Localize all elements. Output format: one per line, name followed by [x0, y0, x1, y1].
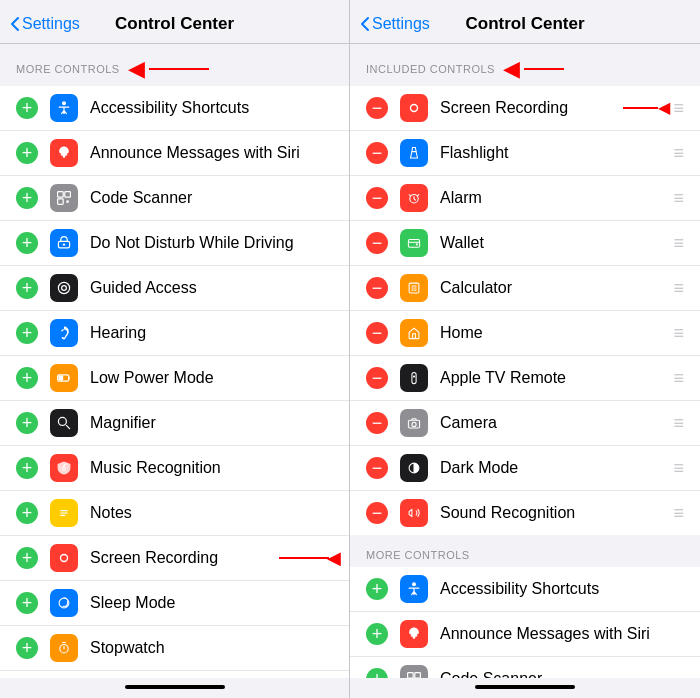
svg-rect-10 [58, 376, 63, 381]
list-item: + Low Power Mode [0, 356, 349, 401]
list-item: − Wallet ≡ [350, 221, 700, 266]
home-label: Home [440, 324, 669, 342]
left-arrow-annotation: ◀ [128, 58, 146, 80]
add-screen-recording-button[interactable]: + [16, 547, 38, 569]
screen-recording-icon [50, 544, 78, 572]
remove-home-button[interactable]: − [366, 322, 388, 344]
list-item: + Accessibility Shortcuts [350, 567, 700, 612]
drag-handle-flashlight[interactable]: ≡ [673, 143, 684, 164]
add-music-recognition-button[interactable]: + [16, 457, 38, 479]
list-item: + Stopwatch [0, 626, 349, 671]
left-panel: Settings Control Center MORE CONTROLS ◀ … [0, 0, 350, 698]
add-code-scanner-right-button[interactable]: + [366, 668, 388, 678]
svg-rect-22 [408, 240, 419, 248]
drag-handle-alarm[interactable]: ≡ [673, 188, 684, 209]
list-item: − Camera ≡ [350, 401, 700, 446]
add-sleep-mode-button[interactable]: + [16, 592, 38, 614]
add-accessibility-shortcuts-right-button[interactable]: + [366, 578, 388, 600]
drag-handle-sound-recognition[interactable]: ≡ [673, 503, 684, 524]
guided-access-label: Guided Access [90, 279, 333, 297]
add-guided-access-button[interactable]: + [16, 277, 38, 299]
list-item: − Home ≡ [350, 311, 700, 356]
sleep-mode-label: Sleep Mode [90, 594, 333, 612]
code-scanner-right-label: Code Scanner [440, 670, 684, 678]
right-back-button[interactable]: Settings [360, 15, 430, 33]
drag-handle-calculator[interactable]: ≡ [673, 278, 684, 299]
svg-rect-2 [65, 192, 71, 198]
magnifier-label: Magnifier [90, 414, 333, 432]
svg-rect-24 [409, 283, 419, 293]
left-arrow-line [149, 68, 209, 70]
notes-label: Notes [90, 504, 333, 522]
add-low-power-mode-button[interactable]: + [16, 367, 38, 389]
right-nav-bar: Settings Control Center [350, 0, 700, 44]
svg-point-30 [412, 582, 416, 586]
right-included-arrow-line [524, 68, 564, 70]
list-item: + Sleep Mode [0, 581, 349, 626]
list-item: + Announce Messages with Siri [350, 612, 700, 657]
add-do-not-disturb-driving-button[interactable]: + [16, 232, 38, 254]
drag-handle-home[interactable]: ≡ [673, 323, 684, 344]
remove-alarm-button[interactable]: − [366, 187, 388, 209]
add-announce-messages-right-button[interactable]: + [366, 623, 388, 645]
drag-handle-camera[interactable]: ≡ [673, 413, 684, 434]
remove-calculator-button[interactable]: − [366, 277, 388, 299]
stopwatch-label: Stopwatch [90, 639, 333, 657]
announce-messages-icon [50, 139, 78, 167]
alarm-label: Alarm [440, 189, 669, 207]
do-not-disturb-driving-label: Do Not Disturb While Driving [90, 234, 333, 252]
add-stopwatch-button[interactable]: + [16, 637, 38, 659]
remove-dark-mode-button[interactable]: − [366, 457, 388, 479]
code-scanner-label: Code Scanner [90, 189, 333, 207]
do-not-disturb-driving-icon [50, 229, 78, 257]
screen-recording-included-icon [400, 94, 428, 122]
left-home-indicator [125, 685, 225, 689]
add-code-scanner-button[interactable]: + [16, 187, 38, 209]
announce-messages-right-icon [400, 620, 428, 648]
svg-rect-4 [66, 200, 68, 202]
svg-point-11 [58, 417, 66, 425]
camera-icon [400, 409, 428, 437]
add-announce-messages-button[interactable]: + [16, 142, 38, 164]
drag-handle-dark-mode[interactable]: ≡ [673, 458, 684, 479]
remove-sound-recognition-button[interactable]: − [366, 502, 388, 524]
add-magnifier-button[interactable]: + [16, 412, 38, 434]
right-content: INCLUDED CONTROLS ◀ − Screen Recording ◀… [350, 44, 700, 678]
code-scanner-right-icon [400, 665, 428, 678]
right-more-controls-list: + Accessibility Shortcuts + Announce Mes… [350, 567, 700, 678]
right-included-arrow: ◀ [503, 58, 521, 80]
left-back-label: Settings [22, 15, 80, 33]
calculator-label: Calculator [440, 279, 669, 297]
right-panel: Settings Control Center INCLUDED CONTROL… [350, 0, 700, 698]
sr-arrow-annotation: ◀ [623, 100, 670, 116]
svg-point-26 [413, 376, 415, 378]
remove-apple-tv-remote-button[interactable]: − [366, 367, 388, 389]
add-accessibility-shortcuts-button[interactable]: + [16, 97, 38, 119]
calculator-icon [400, 274, 428, 302]
remove-flashlight-button[interactable]: − [366, 142, 388, 164]
add-notes-button[interactable]: + [16, 502, 38, 524]
announce-messages-label: Announce Messages with Siri [90, 144, 333, 162]
right-bottom-bar [350, 678, 700, 698]
drag-handle-screen-recording[interactable]: ≡ [673, 98, 684, 119]
remove-wallet-button[interactable]: − [366, 232, 388, 254]
drag-handle-apple-tv-remote[interactable]: ≡ [673, 368, 684, 389]
right-nav-title: Control Center [466, 14, 585, 34]
low-power-mode-label: Low Power Mode [90, 369, 333, 387]
dark-mode-label: Dark Mode [440, 459, 669, 477]
list-item: + Magnifier [0, 401, 349, 446]
home-icon [400, 319, 428, 347]
right-included-list: − Screen Recording ◀ ≡ − Flashlight [350, 86, 700, 535]
remove-camera-button[interactable]: − [366, 412, 388, 434]
add-hearing-button[interactable]: + [16, 322, 38, 344]
list-item: + Music Recognition [0, 446, 349, 491]
left-back-button[interactable]: Settings [10, 15, 80, 33]
music-recognition-label: Music Recognition [90, 459, 333, 477]
right-more-controls-header: MORE CONTROLS [350, 535, 700, 567]
svg-point-8 [62, 286, 67, 291]
svg-point-28 [412, 422, 416, 426]
svg-rect-1 [58, 192, 64, 198]
drag-handle-wallet[interactable]: ≡ [673, 233, 684, 254]
alarm-icon [400, 184, 428, 212]
remove-screen-recording-button[interactable]: − [366, 97, 388, 119]
